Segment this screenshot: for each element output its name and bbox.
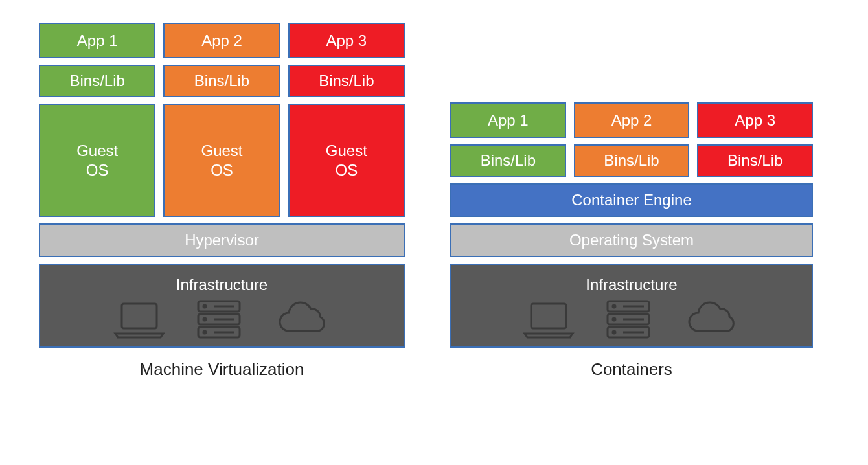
vm-guest-row: Guest OS Guest OS Guest OS — [39, 104, 405, 217]
svg-point-6 — [203, 331, 206, 334]
ct-caption: Containers — [450, 359, 813, 380]
ct-infra-icons — [521, 299, 742, 341]
ct-infrastructure: Infrastructure — [450, 264, 813, 348]
svg-point-15 — [613, 318, 615, 321]
svg-point-14 — [613, 305, 615, 308]
ct-app-row: App 1 App 2 App 3 — [450, 102, 813, 138]
vm-app-row: App 1 App 2 App 3 — [39, 23, 405, 58]
ct-stack: App 1 App 2 App 3 Bins/Lib Bins/Lib Bins… — [450, 102, 813, 380]
svg-point-4 — [203, 305, 206, 308]
vm-infrastructure-label: Infrastructure — [176, 275, 268, 295]
ct-lib-1: Bins/Lib — [450, 144, 566, 177]
cloud-icon — [680, 300, 742, 340]
laptop-icon — [111, 300, 167, 340]
vm-lib-3: Bins/Lib — [288, 65, 405, 97]
ct-engine: Container Engine — [450, 183, 813, 217]
vm-lib-1: Bins/Lib — [39, 65, 155, 97]
vm-infra-icons — [111, 299, 333, 341]
ct-app-2: App 2 — [574, 102, 690, 138]
vm-lib-2: Bins/Lib — [163, 65, 280, 97]
vm-app-1: App 1 — [39, 23, 155, 58]
svg-rect-0 — [122, 304, 157, 328]
vm-stack: App 1 App 2 App 3 Bins/Lib Bins/Lib Bins… — [39, 23, 405, 380]
vm-guest-1: Guest OS — [39, 104, 155, 217]
server-icon — [604, 299, 653, 341]
laptop-icon — [521, 300, 577, 340]
svg-point-5 — [203, 318, 206, 321]
ct-os: Operating System — [450, 223, 813, 257]
vm-app-3: App 3 — [288, 23, 405, 58]
ct-app-1: App 1 — [450, 102, 566, 138]
ct-app-3: App 3 — [697, 102, 813, 138]
vm-caption: Machine Virtualization — [39, 359, 405, 380]
diagram-canvas: App 1 App 2 App 3 Bins/Lib Bins/Lib Bins… — [0, 0, 868, 392]
svg-point-16 — [613, 331, 615, 334]
vm-lib-row: Bins/Lib Bins/Lib Bins/Lib — [39, 65, 405, 97]
vm-infrastructure: Infrastructure — [39, 264, 405, 348]
vm-guest-2: Guest OS — [163, 104, 280, 217]
cloud-icon — [271, 300, 333, 340]
server-icon — [194, 299, 244, 341]
ct-infrastructure-label: Infrastructure — [586, 275, 677, 295]
ct-lib-2: Bins/Lib — [697, 144, 813, 177]
ct-lib-row: Bins/Lib Bins/Lib Bins/Lib — [450, 144, 813, 177]
ct-lib-2: Bins/Lib — [574, 144, 690, 177]
vm-guest-3: Guest OS — [288, 104, 405, 217]
vm-hypervisor: Hypervisor — [39, 223, 405, 257]
svg-rect-10 — [531, 304, 566, 328]
vm-app-2: App 2 — [163, 23, 280, 58]
